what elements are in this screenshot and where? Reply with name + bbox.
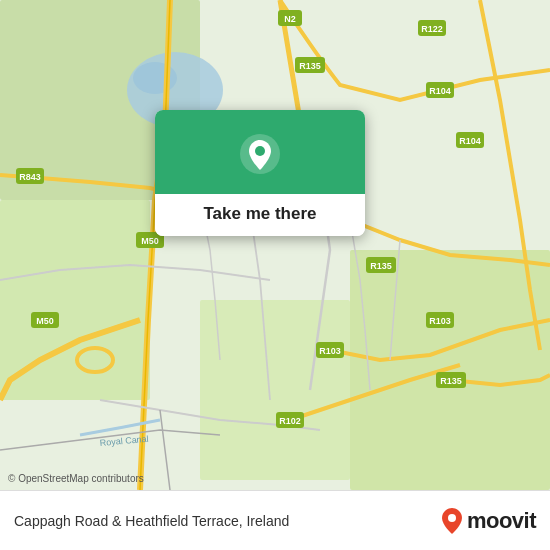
map-container: N2 R122 R135 R104 R843 R104 M50 R135 M50… <box>0 0 550 490</box>
svg-text:R102: R102 <box>279 416 301 426</box>
popup-green-section <box>155 110 365 194</box>
svg-text:M50: M50 <box>141 236 159 246</box>
svg-text:R104: R104 <box>459 136 481 146</box>
svg-text:N2: N2 <box>284 14 296 24</box>
svg-text:R135: R135 <box>440 376 462 386</box>
svg-text:R103: R103 <box>429 316 451 326</box>
location-pin-icon <box>238 132 282 176</box>
moovit-name: moovit <box>467 508 536 534</box>
svg-rect-3 <box>200 300 350 480</box>
svg-text:R843: R843 <box>19 172 41 182</box>
take-me-there-button[interactable]: Take me there <box>155 194 365 236</box>
svg-text:M50: M50 <box>36 316 54 326</box>
copyright-text: © OpenStreetMap contributors <box>8 473 144 484</box>
moovit-logo: moovit <box>441 507 536 535</box>
svg-text:R135: R135 <box>299 61 321 71</box>
svg-text:R104: R104 <box>429 86 451 96</box>
moovit-pin-icon <box>441 507 463 535</box>
location-text: Cappagh Road & Heathfield Terrace, Irela… <box>14 513 441 529</box>
svg-point-37 <box>448 514 456 522</box>
svg-text:R135: R135 <box>370 261 392 271</box>
popup-card[interactable]: Take me there <box>155 110 365 236</box>
svg-text:R122: R122 <box>421 24 443 34</box>
svg-point-36 <box>255 146 265 156</box>
svg-text:R103: R103 <box>319 346 341 356</box>
bottom-bar: Cappagh Road & Heathfield Terrace, Irela… <box>0 490 550 550</box>
